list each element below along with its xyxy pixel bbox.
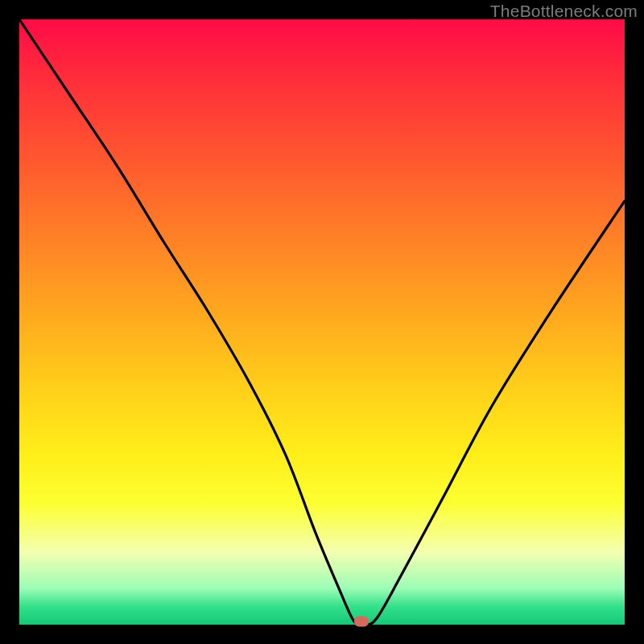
chart-frame <box>0 0 644 644</box>
min-point-marker <box>354 617 369 627</box>
watermark-text: TheBottleneck.com <box>490 2 638 21</box>
